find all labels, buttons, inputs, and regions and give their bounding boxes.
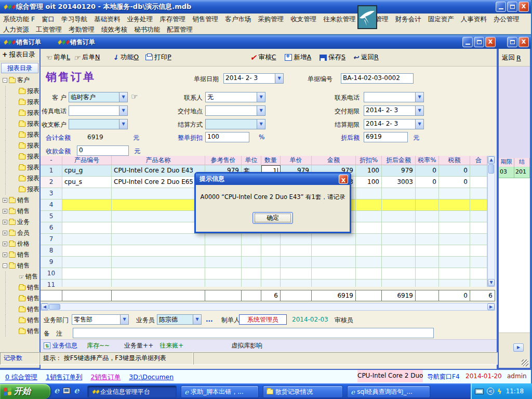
- taskbar-button[interactable]: e求助_脚本出错，...: [181, 385, 259, 398]
- tree-expand-icon[interactable]: +: [3, 231, 7, 235]
- deliver-combo[interactable]: 2014- 2- 3: [364, 105, 424, 116]
- doc-no-input[interactable]: BA-14-02-03-0002: [341, 73, 414, 84]
- cell[interactable]: [242, 280, 261, 287]
- cell[interactable]: [261, 280, 281, 287]
- resize-grip[interactable]: [522, 360, 528, 366]
- menu-item[interactable]: 基础资料: [94, 15, 120, 24]
- cell[interactable]: [356, 257, 382, 268]
- cell[interactable]: [281, 257, 312, 268]
- scroll-up-icon[interactable]: ▲: [488, 156, 495, 164]
- tree-item[interactable]: 销售: [0, 293, 39, 304]
- cell[interactable]: [112, 234, 205, 245]
- cell[interactable]: [416, 211, 439, 222]
- table-row[interactable]: 7: [41, 234, 496, 245]
- menu-item[interactable]: 系统功能 F: [3, 15, 35, 24]
- tree-item[interactable]: +业务: [0, 217, 39, 228]
- chevron-down-icon[interactable]: [257, 119, 265, 129]
- tree-item[interactable]: 报表: [0, 140, 39, 151]
- cell[interactable]: [439, 188, 470, 200]
- back-circle-icon[interactable]: [487, 388, 494, 395]
- phone-combo[interactable]: [364, 92, 424, 102]
- cell[interactable]: [242, 245, 261, 257]
- cell[interactable]: [112, 245, 205, 257]
- chevron-down-icon[interactable]: [120, 315, 128, 324]
- menu-item[interactable]: 业务处理: [127, 15, 153, 24]
- cell[interactable]: [112, 268, 205, 280]
- cell[interactable]: cpu_s: [62, 177, 112, 188]
- tree-expand-icon[interactable]: +: [3, 220, 7, 224]
- cell[interactable]: [281, 268, 312, 280]
- taskbar-button[interactable]: 散货记录情况: [263, 385, 343, 398]
- cell[interactable]: [62, 200, 112, 211]
- chevron-down-icon[interactable]: [193, 315, 201, 324]
- tree-expand-icon[interactable]: +: [3, 252, 7, 257]
- horizontal-scrollbar[interactable]: ◀ ▶: [41, 303, 495, 311]
- cell[interactable]: [416, 234, 439, 245]
- child-minimize-icon[interactable]: [462, 37, 473, 47]
- cell[interactable]: [62, 257, 112, 268]
- cell[interactable]: [470, 257, 487, 268]
- close-icon[interactable]: [518, 2, 529, 12]
- tree-item[interactable]: +价格: [0, 238, 39, 249]
- mdi-tab[interactable]: 0 综合管理: [5, 373, 37, 382]
- cell[interactable]: [356, 200, 382, 211]
- cell[interactable]: [312, 234, 356, 245]
- tree-expand-icon[interactable]: +: [3, 209, 7, 214]
- chevron-down-icon[interactable]: [415, 119, 423, 129]
- mdi-tab-active[interactable]: 2销售订单: [90, 373, 121, 382]
- ie-icon[interactable]: e: [74, 385, 79, 395]
- clerk-combo[interactable]: 陈宗德: [157, 314, 202, 325]
- cell[interactable]: 100: [356, 177, 382, 188]
- cell[interactable]: [439, 257, 470, 268]
- cell[interactable]: [416, 268, 439, 280]
- tree-item[interactable]: -销售: [0, 260, 39, 271]
- cell[interactable]: [312, 280, 356, 287]
- cell[interactable]: [470, 165, 487, 177]
- cell[interactable]: [382, 200, 416, 211]
- cell[interactable]: 0: [416, 177, 439, 188]
- back-close-icon[interactable]: [518, 37, 529, 47]
- cell[interactable]: 979: [382, 165, 416, 177]
- cell[interactable]: [205, 245, 242, 257]
- cell[interactable]: [416, 280, 439, 287]
- tree-expand-icon[interactable]: +: [3, 242, 7, 246]
- cell[interactable]: [416, 257, 439, 268]
- cell[interactable]: [112, 257, 205, 268]
- vertical-scrollbar[interactable]: ▲ ▼: [487, 156, 495, 287]
- menu-item[interactable]: 人事资料: [461, 15, 487, 24]
- chevron-down-icon[interactable]: [119, 92, 127, 102]
- cell[interactable]: [439, 268, 470, 280]
- cell[interactable]: [261, 257, 281, 268]
- cell[interactable]: [382, 245, 416, 257]
- info-link[interactable]: 往来账+: [159, 341, 183, 350]
- tree-item[interactable]: 报表: [0, 129, 39, 140]
- cell[interactable]: CPU-Intel Core 2 Duo E65: [112, 177, 205, 188]
- cell[interactable]: [416, 188, 439, 200]
- menu-item[interactable]: 财务会计: [395, 15, 421, 24]
- cell[interactable]: [382, 280, 416, 287]
- toolbar-new-doc-button[interactable]: 新增A: [285, 53, 311, 62]
- cell[interactable]: [281, 280, 312, 287]
- tree-item[interactable]: 报表: [0, 162, 39, 173]
- scroll-right-icon[interactable]: ▶: [487, 303, 495, 310]
- toolbar-hand-right-button[interactable]: 后单N: [73, 53, 100, 62]
- child-close-icon[interactable]: [485, 37, 496, 47]
- cell[interactable]: [112, 188, 205, 200]
- note-input[interactable]: [73, 328, 434, 338]
- cell[interactable]: [205, 234, 242, 245]
- fax-combo[interactable]: [69, 105, 128, 116]
- info-link[interactable]: 业务量++: [124, 341, 153, 350]
- chevron-down-icon[interactable]: [257, 92, 265, 102]
- tree-expand-icon[interactable]: +: [3, 198, 7, 203]
- settle-combo[interactable]: [205, 119, 265, 129]
- menu-item[interactable]: 考勤管理: [69, 25, 95, 34]
- cell[interactable]: [281, 234, 312, 245]
- tree-item[interactable]: 报表: [0, 151, 39, 162]
- cell[interactable]: [470, 268, 487, 280]
- cell[interactable]: [112, 211, 205, 222]
- cell[interactable]: [382, 188, 416, 200]
- doc-date-combo[interactable]: 2014- 2- 3: [223, 73, 284, 84]
- cell[interactable]: [242, 268, 261, 280]
- after-input[interactable]: 6919: [364, 132, 408, 142]
- menu-item[interactable]: 人力资源: [3, 25, 29, 34]
